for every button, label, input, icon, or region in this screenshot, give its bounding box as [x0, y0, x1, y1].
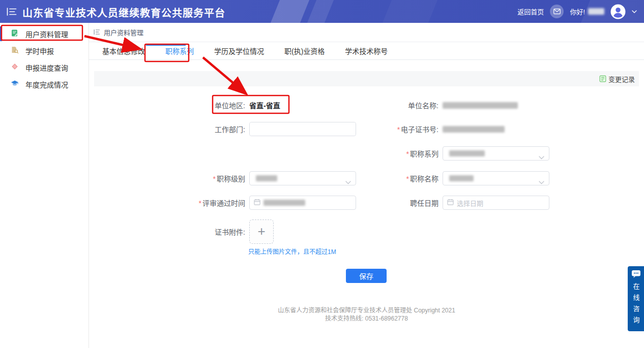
mail-icon — [553, 9, 561, 14]
field-unit-name: 单位名称: — [356, 98, 518, 112]
chevron-down-icon — [345, 177, 351, 186]
breadcrumb-text: 用户资料管理 — [104, 27, 143, 37]
online-consult-widget[interactable]: 在线咨询 — [628, 266, 644, 331]
field-label: 职称系列 — [410, 150, 438, 158]
sidebar-item-label: 申报进度查询 — [25, 62, 68, 73]
work-dept-input[interactable] — [250, 122, 356, 136]
field-label: 单位地区: — [215, 102, 245, 110]
review-pass-date-input[interactable] — [249, 196, 356, 210]
tab-academic-title[interactable]: 学术技术称号 — [335, 43, 398, 60]
field-label: 评审通过时间 — [202, 199, 245, 207]
sidebar: 用户资料管理 学时申报 申报进度查询 年度完成情况 — [0, 23, 89, 348]
footer: 山东省人力资源和社会保障厅专业技术人员管理处 Copyright 2021 技术… — [89, 306, 644, 323]
redacted-cert-no — [443, 126, 505, 133]
tab-professional-qualification[interactable]: 职(执)业资格 — [274, 43, 335, 60]
active-tab-indicator — [146, 44, 186, 46]
sidebar-item-progress-query[interactable]: 申报进度查询 — [0, 59, 89, 76]
sidebar-item-hours-declare[interactable]: 学时申报 — [0, 42, 89, 59]
sidebar-item-label: 学时申报 — [25, 46, 54, 56]
header-decor-stripe — [268, 0, 311, 23]
field-work-dept: 工作部门: — [168, 122, 356, 136]
field-e-cert-no: *电子证书号: — [356, 122, 505, 136]
sidebar-item-label: 用户资料管理 — [25, 29, 68, 39]
chevron-down-icon — [539, 177, 544, 186]
hire-date-input[interactable]: 选择日期 — [443, 196, 549, 210]
redacted-unit-name — [443, 102, 518, 109]
sidebar-item-label: 年度完成情况 — [25, 79, 68, 89]
plus-icon: + — [257, 225, 265, 238]
field-title-name: *职称名称 — [356, 171, 549, 185]
field-cert-attachment: 证书附件: + — [168, 220, 274, 243]
title-series-select[interactable] — [443, 146, 549, 161]
sidebar-item-annual-completion[interactable]: 年度完成情况 — [0, 76, 89, 92]
change-log-label: 变更记录 — [608, 74, 635, 84]
redacted-title-series — [449, 150, 485, 156]
save-button[interactable]: 保存 — [346, 269, 387, 283]
field-label: 工作部门: — [215, 125, 245, 134]
upload-hint: 只能上传图片文件，且不超过1M — [248, 247, 336, 256]
menu-collapse-icon[interactable] — [6, 7, 17, 17]
breadcrumb: 用户资料管理 — [89, 23, 644, 42]
unit-region-value: 省直-省直 — [249, 100, 280, 110]
required-star: * — [397, 125, 400, 134]
account-chevron-down-icon[interactable] — [632, 10, 637, 13]
folder-search-icon — [11, 46, 19, 55]
field-label: 职称名称 — [410, 175, 438, 183]
field-label: 单位名称: — [408, 102, 438, 110]
tab-education-degree[interactable]: 学历及学位情况 — [204, 43, 274, 60]
app-title: 山东省专业技术人员继续教育公共服务平台 — [22, 5, 225, 20]
footer-hotline: 技术支持热线: 0531-68962778 — [89, 314, 644, 323]
toolbar-band: 变更记录 — [94, 71, 639, 86]
required-star: * — [406, 150, 409, 158]
change-log-icon — [599, 75, 606, 82]
field-label: 电子证书号: — [401, 125, 438, 134]
redacted-title-name — [449, 175, 474, 181]
field-review-pass-date: *评审通过时间 — [168, 196, 356, 210]
title-level-select[interactable] — [249, 171, 356, 185]
redacted-review-date — [264, 200, 305, 206]
doc-edit-icon — [11, 29, 19, 39]
header-actions: 返回首页 你好! — [517, 0, 637, 23]
required-star: * — [213, 175, 216, 183]
redacted-title-level — [256, 175, 277, 181]
field-title-level: *职称级别 — [168, 171, 356, 185]
required-star: * — [199, 199, 201, 207]
chat-bubble-icon — [631, 270, 641, 280]
avatar[interactable] — [610, 4, 626, 19]
field-label: 聘任日期 — [410, 199, 438, 207]
graduation-cap-icon — [11, 79, 19, 89]
header-decor-stripe — [304, 0, 336, 23]
list-icon — [94, 28, 100, 37]
upload-attachment-button[interactable]: + — [249, 219, 274, 244]
footer-copyright: 山东省人力资源和社会保障厅专业技术人员管理处 Copyright 2021 — [89, 306, 644, 314]
user-greeting: 你好! — [570, 7, 604, 16]
consult-label: 在线咨询 — [631, 283, 641, 328]
field-label: 职称级别 — [217, 175, 245, 183]
sidebar-item-user-profile[interactable]: 用户资料管理 — [0, 25, 89, 42]
change-log-button[interactable]: 变更记录 — [599, 74, 635, 84]
diamond-icon — [11, 62, 19, 72]
calendar-icon — [447, 198, 454, 207]
header-decor-stripe — [379, 0, 440, 23]
chevron-down-icon — [539, 152, 544, 162]
title-name-select[interactable] — [443, 171, 549, 185]
field-unit-region: 单位地区: 省直-省直 — [168, 98, 280, 112]
greeting-text: 你好! — [570, 7, 585, 16]
hire-date-placeholder: 选择日期 — [457, 198, 483, 208]
field-hire-date: 聘任日期 选择日期 — [356, 196, 549, 210]
mail-button[interactable] — [550, 5, 564, 18]
page: 山东省专业技术人员继续教育公共服务平台 返回首页 你好! 用户资料管理 — [0, 0, 644, 348]
required-star: * — [406, 175, 409, 183]
redacted-username — [588, 8, 604, 15]
back-home-link[interactable]: 返回首页 — [517, 7, 544, 16]
app-header: 山东省专业技术人员继续教育公共服务平台 返回首页 你好! — [0, 0, 644, 23]
calendar-icon — [254, 198, 260, 207]
field-label: 证书附件: — [215, 228, 245, 236]
field-title-series: *职称系列 — [356, 146, 549, 161]
